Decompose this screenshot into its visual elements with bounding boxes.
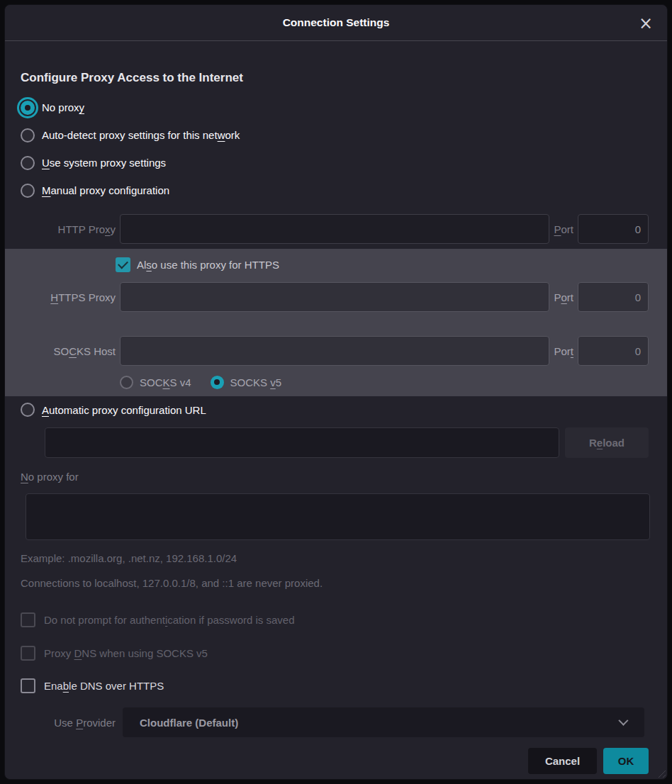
radio-row-system-proxy[interactable]: Use system proxy settings <box>5 149 667 177</box>
socks-v5-radio <box>211 376 224 389</box>
no-prompt-auth-checkbox <box>21 612 35 627</box>
example-hint: Example: .mozilla.org, .net.nz, 192.168.… <box>21 552 667 568</box>
enable-doh-checkbox[interactable] <box>21 678 35 693</box>
system-proxy-radio[interactable] <box>21 156 35 170</box>
proxy-dns-checkbox <box>21 646 35 661</box>
page-title: Configure Proxy Access to the Internet <box>21 71 667 85</box>
no-prompt-auth-row: Do not prompt for authentication if pass… <box>5 611 667 628</box>
auto-detect-label: Auto-detect proxy settings for this netw… <box>42 129 240 141</box>
radio-row-no-proxy[interactable]: No proxy <box>5 94 667 121</box>
no-proxy-for-textarea <box>26 493 650 540</box>
proxy-dns-row: Proxy DNS when using SOCKS v5 <box>5 644 667 661</box>
socks-host-label: SOCKS Host <box>21 345 116 357</box>
enable-doh-label: Enable DNS over HTTPS <box>44 680 164 692</box>
enable-doh-row[interactable]: Enable DNS over HTTPS <box>5 677 667 694</box>
http-proxy-input <box>120 214 549 244</box>
http-port-label: Port <box>554 223 573 235</box>
socks-host-row: SOCKS Host Port <box>21 336 649 366</box>
http-proxy-row: HTTP Proxy Port <box>5 214 667 244</box>
manual-proxy-radio[interactable] <box>21 184 35 198</box>
no-prompt-auth-label: Do not prompt for authentication if pass… <box>44 614 295 626</box>
dialog-content: Configure Proxy Access to the Internet N… <box>5 71 667 780</box>
close-icon[interactable]: × <box>636 13 656 33</box>
use-provider-label: Use Provider <box>21 717 116 729</box>
radio-row-auto-detect[interactable]: Auto-detect proxy settings for this netw… <box>5 121 667 149</box>
https-port-label: Port <box>554 291 573 303</box>
https-port-input <box>578 282 649 312</box>
connection-settings-dialog: Connection Settings × Configure Proxy Ac… <box>4 4 668 780</box>
http-proxy-label: HTTP Proxy <box>21 223 116 235</box>
no-proxy-for-label: No proxy for <box>21 471 667 486</box>
also-https-checkbox <box>116 257 130 272</box>
https-proxy-row: HTTPS Proxy Port <box>21 282 649 312</box>
socks-port-input <box>578 336 649 366</box>
https-proxy-input <box>120 282 549 312</box>
http-port-input <box>578 214 649 244</box>
auto-url-label: Automatic proxy configuration URL <box>42 404 206 416</box>
dialog-footer: Cancel OK <box>5 748 649 774</box>
manual-proxy-label: Manual proxy configuration <box>42 184 169 196</box>
auto-config-url-row: Reload <box>45 427 649 458</box>
reload-button: Reload <box>565 427 649 458</box>
socks-host-input <box>120 336 549 366</box>
socks-version-row: SOCKS v4 SOCKS v5 <box>120 373 649 391</box>
socks-v4-radio <box>120 376 133 389</box>
cancel-button[interactable]: Cancel <box>528 748 597 774</box>
provider-selected-value: Cloudflare (Default) <box>140 717 238 729</box>
proxy-dns-label: Proxy DNS when using SOCKS v5 <box>44 647 208 659</box>
chevron-down-icon <box>618 716 628 726</box>
socks-v4-label: SOCKS v4 <box>140 376 191 388</box>
dialog-title: Connection Settings <box>283 16 390 29</box>
radio-row-auto-url[interactable]: Automatic proxy configuration URL <box>5 399 667 420</box>
provider-dropdown: Cloudflare (Default) <box>123 707 644 737</box>
highlighted-section: Also use this proxy for HTTPS HTTPS Prox… <box>5 249 667 396</box>
localhost-note: Connections to localhost, 127.0.0.1/8, a… <box>21 577 667 593</box>
ok-button[interactable]: OK <box>603 748 649 774</box>
dialog-titlebar: Connection Settings × <box>5 5 667 41</box>
also-https-label: Also use this proxy for HTTPS <box>137 259 279 271</box>
auto-config-url-input <box>45 427 559 458</box>
socks-port-label: Port <box>554 345 573 357</box>
auto-detect-radio[interactable] <box>21 128 35 142</box>
socks-v5-label: SOCKS v5 <box>230 376 282 388</box>
no-proxy-radio[interactable] <box>21 101 35 115</box>
also-https-row: Also use this proxy for HTTPS <box>116 256 649 273</box>
https-proxy-label: HTTPS Proxy <box>21 291 116 303</box>
radio-row-manual-proxy[interactable]: Manual proxy configuration <box>5 177 667 204</box>
auto-url-radio[interactable] <box>21 403 35 417</box>
doh-provider-row: Use Provider Cloudflare (Default) <box>21 707 644 737</box>
system-proxy-label: Use system proxy settings <box>42 157 166 169</box>
no-proxy-label: No proxy <box>42 101 84 113</box>
